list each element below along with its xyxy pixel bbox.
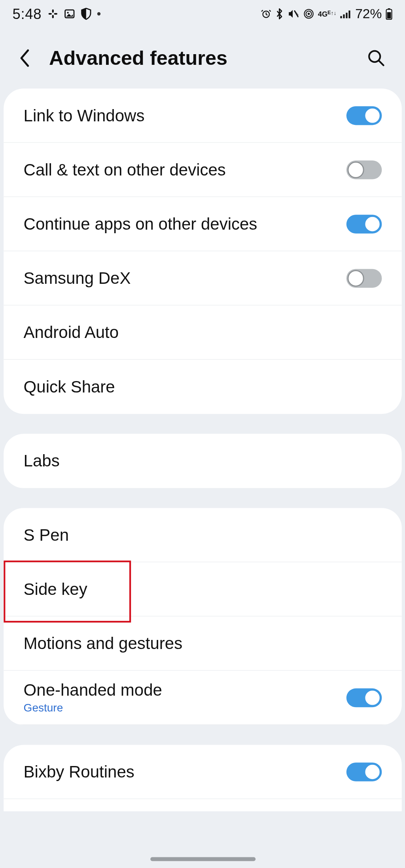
row-link-to-windows[interactable]: Link to Windows bbox=[4, 89, 402, 143]
label: Motions and gestures bbox=[23, 634, 182, 653]
status-left: 5:48 bbox=[12, 5, 100, 22]
mute-vibrate-icon bbox=[287, 8, 299, 19]
status-right: 4GE↑↓ 72% bbox=[260, 6, 393, 21]
svg-line-20 bbox=[379, 61, 383, 65]
row-cutoff bbox=[4, 799, 402, 811]
battery-percent: 72% bbox=[355, 6, 382, 21]
gesture-nav-bar[interactable] bbox=[150, 857, 255, 861]
settings-group-connectivity: Link to Windows Call & text on other dev… bbox=[4, 89, 402, 414]
svg-rect-0 bbox=[48, 13, 51, 15]
row-android-auto[interactable]: Android Auto bbox=[4, 306, 402, 360]
svg-rect-3 bbox=[52, 15, 53, 18]
settings-group-input: S Pen Side key Motions and gestures One-… bbox=[4, 508, 402, 725]
back-button[interactable] bbox=[13, 47, 36, 69]
battery-icon bbox=[385, 8, 393, 20]
label: Samsung DeX bbox=[23, 269, 131, 288]
row-quick-share[interactable]: Quick Share bbox=[4, 360, 402, 414]
row-side-key[interactable]: Side key bbox=[4, 562, 402, 616]
row-bixby-routines[interactable]: Bixby Routines bbox=[4, 745, 402, 799]
network-4g-icon: 4GE↑↓ bbox=[318, 10, 336, 17]
page-title: Advanced features bbox=[49, 47, 351, 70]
svg-rect-2 bbox=[52, 9, 53, 13]
svg-rect-17 bbox=[388, 8, 390, 9]
label: Quick Share bbox=[23, 377, 115, 396]
row-continue-apps[interactable]: Continue apps on other devices bbox=[4, 197, 402, 251]
shield-icon bbox=[80, 8, 91, 20]
svg-rect-18 bbox=[387, 12, 391, 19]
row-labs[interactable]: Labs bbox=[4, 434, 402, 488]
settings-group-labs: Labs bbox=[4, 434, 402, 488]
row-one-handed-mode[interactable]: One-handed mode Gesture bbox=[4, 671, 402, 725]
toggle-bixby-routines[interactable] bbox=[346, 762, 382, 781]
svg-rect-12 bbox=[340, 16, 342, 19]
toggle-samsung-dex[interactable] bbox=[346, 269, 382, 288]
row-motions-gestures[interactable]: Motions and gestures bbox=[4, 617, 402, 671]
label: Side key bbox=[23, 580, 87, 599]
hotspot-icon bbox=[302, 8, 314, 20]
svg-point-5 bbox=[66, 12, 68, 13]
slack-icon bbox=[47, 8, 58, 19]
toggle-one-handed-mode[interactable] bbox=[346, 688, 382, 707]
more-notifications-dot bbox=[97, 12, 100, 15]
settings-group-bixby: Bixby Routines bbox=[4, 745, 402, 811]
toggle-continue-apps[interactable] bbox=[346, 215, 382, 234]
svg-rect-14 bbox=[346, 13, 347, 18]
row-s-pen[interactable]: S Pen bbox=[4, 508, 402, 562]
svg-rect-1 bbox=[54, 13, 57, 15]
svg-line-8 bbox=[294, 11, 298, 16]
label: Call & text on other devices bbox=[23, 160, 225, 179]
label: Link to Windows bbox=[23, 106, 144, 125]
status-bar: 5:48 4GE↑↓ bbox=[0, 0, 405, 28]
svg-point-9 bbox=[307, 13, 310, 15]
svg-rect-13 bbox=[343, 14, 344, 18]
app-bar: Advanced features bbox=[0, 28, 405, 89]
label: One-handed mode bbox=[23, 681, 162, 700]
svg-point-19 bbox=[369, 51, 380, 62]
screen: 5:48 4GE↑↓ bbox=[0, 0, 405, 864]
label: S Pen bbox=[23, 525, 68, 544]
label: Android Auto bbox=[23, 323, 119, 342]
alarm-icon bbox=[260, 8, 271, 19]
svg-rect-15 bbox=[348, 11, 350, 19]
search-button[interactable] bbox=[364, 46, 388, 70]
row-samsung-dex[interactable]: Samsung DeX bbox=[4, 251, 402, 306]
row-call-text-other-devices[interactable]: Call & text on other devices bbox=[4, 143, 402, 197]
label: Labs bbox=[23, 451, 59, 470]
bluetooth-icon bbox=[274, 8, 283, 20]
toggle-call-text-other-devices[interactable] bbox=[346, 160, 382, 179]
toggle-link-to-windows[interactable] bbox=[346, 106, 382, 125]
label: Continue apps on other devices bbox=[23, 215, 257, 234]
signal-icon bbox=[339, 9, 352, 19]
sub-label: Gesture bbox=[23, 702, 162, 714]
picture-icon bbox=[64, 8, 75, 19]
label: Bixby Routines bbox=[23, 762, 134, 781]
status-time: 5:48 bbox=[12, 5, 42, 22]
